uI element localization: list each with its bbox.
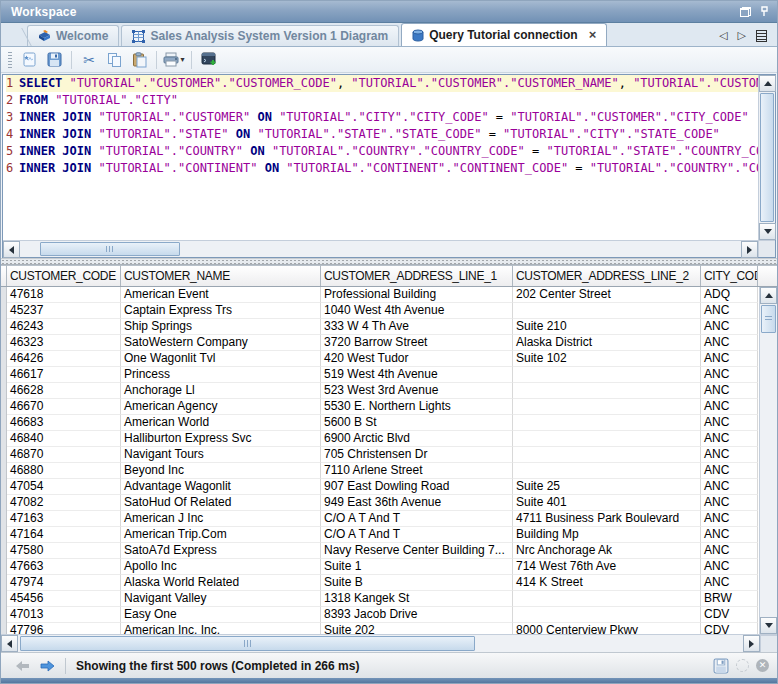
table-cell[interactable]: 8000 Centerview Pkwy [513,623,701,634]
table-cell[interactable]: 333 W 4 Th Ave [321,319,513,335]
table-cell[interactable]: 45456 [7,591,121,607]
table-cell[interactable]: 46628 [7,383,121,399]
table-cell[interactable] [513,607,701,623]
table-cell[interactable]: ANC [701,319,758,335]
table-cell[interactable]: 46870 [7,447,121,463]
column-header[interactable]: CUSTOMER_NAME [121,265,321,287]
table-row[interactable]: 46426One Wagonlit Tvl420 West TudorSuite… [7,351,759,367]
table-cell[interactable]: ANC [701,335,758,351]
table-cell[interactable]: American J Inc [121,511,321,527]
table-cell[interactable]: ANC [701,527,758,543]
table-cell[interactable]: 46243 [7,319,121,335]
scroll-down-icon[interactable] [759,223,776,240]
cut-icon[interactable]: ✂ [78,49,100,71]
table-cell[interactable]: 1318 Kangek St [321,591,513,607]
save-results-icon[interactable] [713,658,729,674]
table-cell[interactable]: C/O A T And T [321,527,513,543]
editor-vscroll-track[interactable] [759,92,775,223]
table-cell[interactable]: ANC [701,367,758,383]
table-cell[interactable]: ANC [701,575,758,591]
table-cell[interactable]: SatoHud Of Related [121,495,321,511]
sql-editor[interactable]: 1SELECT "TUTORIAL"."CUSTOMER"."CUSTOMER_… [2,74,776,258]
table-row[interactable]: 47974Alaska World RelatedSuite B414 K St… [7,575,759,591]
table-cell[interactable]: Suite 210 [513,319,701,335]
table-cell[interactable] [513,415,701,431]
pin-icon[interactable] [760,6,769,17]
table-cell[interactable]: Captain Express Trs [121,303,321,319]
table-vscroll-thumb[interactable] [761,305,776,333]
table-cell[interactable]: 47054 [7,479,121,495]
table-cell[interactable]: One Wagonlit Tvl [121,351,321,367]
table-cell[interactable]: 46617 [7,367,121,383]
table-cell[interactable]: 46683 [7,415,121,431]
toolbar-grip[interactable] [8,52,12,68]
table-cell[interactable]: 414 K Street [513,575,701,591]
editor-hscroll-thumb[interactable] [40,242,180,256]
table-cell[interactable]: ANC [701,463,758,479]
table-cell[interactable]: ANC [701,511,758,527]
scroll-down-icon[interactable] [760,617,777,634]
table-cell[interactable] [513,383,701,399]
table-row[interactable]: 47013Easy One8393 Jacob DriveCDV [7,607,759,623]
table-cell[interactable]: Navigant Tours [121,447,321,463]
copy-icon[interactable] [103,49,125,71]
column-header[interactable]: CITY_CODE [701,265,758,287]
table-cell[interactable] [513,399,701,415]
table-cell[interactable]: 202 Center Street [513,287,701,303]
table-row[interactable]: 46243Ship Springs333 W 4 Th AveSuite 210… [7,319,759,335]
table-cell[interactable]: Suite 401 [513,495,701,511]
table-row[interactable]: 46870Navigant Tours705 Christensen DrANC [7,447,759,463]
table-cell[interactable]: American World [121,415,321,431]
table-row[interactable]: 46617Princess519 West 4th AvenueANC [7,367,759,383]
table-cell[interactable]: American Event [121,287,321,303]
table-cell[interactable]: 714 West 76th Ave [513,559,701,575]
tab-query-tutorial-connection[interactable]: Query Tutorial connection × [401,23,607,46]
table-row[interactable]: 46683American World5600 B StANC [7,415,759,431]
table-cell[interactable] [513,431,701,447]
column-header[interactable]: CUSTOMER_CODE [7,265,121,287]
new-script-icon[interactable] [18,49,40,71]
table-cell[interactable]: Suite 1 [321,559,513,575]
table-row[interactable]: 45456Navigant Valley1318 Kangek StBRW [7,591,759,607]
table-cell[interactable]: C/O A T And T [321,511,513,527]
table-cell[interactable]: ANC [701,543,758,559]
editor-hscroll-track[interactable] [20,241,741,257]
editor-vscroll-thumb[interactable] [760,93,774,222]
table-cell[interactable]: Navy Reserve Center Building 7... [321,543,513,559]
table-cell[interactable]: 907 East Dowling Road [321,479,513,495]
table-cell[interactable]: Easy One [121,607,321,623]
table-row[interactable]: 47618American EventProfessional Building… [7,287,759,303]
table-cell[interactable]: 46426 [7,351,121,367]
table-cell[interactable] [513,303,701,319]
table-cell[interactable]: Halliburton Express Svc [121,431,321,447]
table-cell[interactable]: 4711 Business Park Boulevard [513,511,701,527]
table-cell[interactable]: CDV [701,623,758,634]
table-cell[interactable]: Anchorage Ll [121,383,321,399]
table-row[interactable]: 45237Captain Express Trs1040 West 4th Av… [7,303,759,319]
table-row[interactable]: 46323SatoWestern Company3720 Barrow Stre… [7,335,759,351]
table-cell[interactable]: 47663 [7,559,121,575]
table-cell[interactable]: ANC [701,447,758,463]
table-cell[interactable]: American Inc. Inc. [121,623,321,634]
next-tab-icon[interactable]: ▷ [738,29,746,42]
table-cell[interactable]: 46840 [7,431,121,447]
table-body[interactable]: 47618American EventProfessional Building… [1,287,759,634]
table-cell[interactable]: American Trip.Com [121,527,321,543]
table-cell[interactable]: 47163 [7,511,121,527]
table-vscroll-track[interactable] [760,304,777,617]
table-cell[interactable]: Nrc Anchorage Ak [513,543,701,559]
table-cell[interactable]: Princess [121,367,321,383]
save-icon[interactable] [43,49,65,71]
table-hscrollbar[interactable] [1,634,777,652]
scroll-right-icon[interactable] [741,241,758,258]
table-cell[interactable]: 47164 [7,527,121,543]
table-cell[interactable]: ANC [701,415,758,431]
table-cell[interactable]: 47796 [7,623,121,634]
print-dropdown-icon[interactable]: ▾ [180,55,184,64]
table-row[interactable]: 47082SatoHud Of Related949 East 36th Ave… [7,495,759,511]
table-row[interactable]: 47663Apollo IncSuite 1714 West 76th AveA… [7,559,759,575]
table-cell[interactable]: 47082 [7,495,121,511]
table-row[interactable]: 47164American Trip.ComC/O A T And TBuild… [7,527,759,543]
table-cell[interactable]: Apollo Inc [121,559,321,575]
sql-console-icon[interactable] [198,49,220,71]
